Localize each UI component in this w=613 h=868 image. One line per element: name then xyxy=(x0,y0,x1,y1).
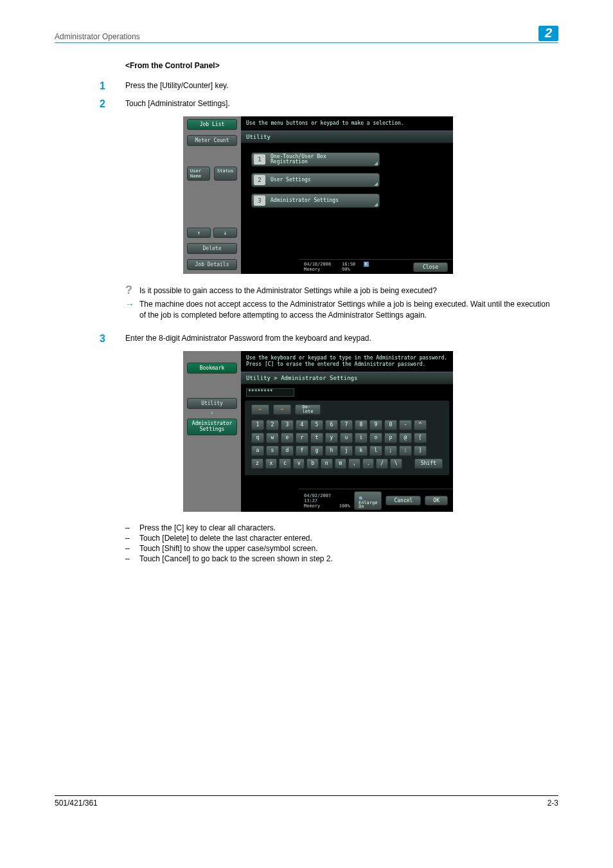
key-/[interactable]: / xyxy=(376,458,388,469)
tab-job-list[interactable]: Job List xyxy=(187,119,237,130)
key-l[interactable]: l xyxy=(369,446,382,456)
key-j[interactable]: j xyxy=(340,446,353,456)
key-0[interactable]: 0 xyxy=(384,420,397,430)
key-;[interactable]: ; xyxy=(384,446,397,456)
key-,[interactable]: , xyxy=(348,458,360,469)
password-input[interactable]: ******** xyxy=(246,388,294,397)
panel-instruction: Use the menu buttons or keypad to make a… xyxy=(241,116,453,131)
key-n[interactable]: n xyxy=(321,458,333,469)
bullet-1: Press the [C] key to clear all character… xyxy=(139,523,552,532)
key--[interactable]: - xyxy=(399,420,412,430)
bullet-4: Touch [Cancel] to go back to the screen … xyxy=(139,554,552,563)
key-7[interactable]: 7 xyxy=(340,420,353,430)
keyboard-area: ← → De- lete 1234567890-^ qwertyuiop@[ a… xyxy=(245,401,449,475)
chapter-badge: 2 xyxy=(538,26,558,41)
arrow-down-button[interactable]: ↓ xyxy=(213,228,237,238)
menu-user-settings[interactable]: 2 User Settings xyxy=(251,173,380,187)
note-question: Is it possible to gain access to the Adm… xyxy=(139,285,437,296)
panel-title: Utility xyxy=(241,131,453,143)
key-v[interactable]: v xyxy=(293,458,305,469)
key-\[interactable]: \ xyxy=(390,458,402,469)
arrow-right-icon: → xyxy=(125,299,134,309)
key-1[interactable]: 1 xyxy=(251,420,264,430)
section-subheading: <From the Control Panel> xyxy=(125,61,552,70)
key-b[interactable]: b xyxy=(306,458,319,469)
label-status: Status xyxy=(214,167,237,181)
bullet-2: Touch [Delete] to delete the last charac… xyxy=(139,534,552,543)
cursor-left-button[interactable]: ← xyxy=(251,404,269,415)
key-w[interactable]: w xyxy=(266,433,279,443)
key-@[interactable]: @ xyxy=(399,433,412,443)
key-y[interactable]: y xyxy=(325,433,338,443)
key-r[interactable]: r xyxy=(296,433,308,443)
ok-button[interactable]: OK xyxy=(425,496,448,505)
key-e[interactable]: e xyxy=(281,433,294,443)
key-8[interactable]: 8 xyxy=(355,420,368,430)
key-t[interactable]: t xyxy=(310,433,323,443)
key-q[interactable]: q xyxy=(251,433,264,443)
cancel-button[interactable]: Cancel xyxy=(386,496,421,505)
menu-one-touch[interactable]: 1 One-Touch/User Box Registration xyxy=(251,152,380,167)
chevron-down-icon: ⬇ xyxy=(183,410,241,416)
key-d[interactable]: d xyxy=(281,446,294,456)
tab-meter-count[interactable]: Meter Count xyxy=(187,135,237,146)
key-9[interactable]: 9 xyxy=(369,420,382,430)
screenshot-password-entry: Bookmark Utility ⬇ Administrator Setting… xyxy=(183,351,453,512)
kb-row-4: zxcvbnm,./\Shift xyxy=(251,458,443,469)
key-^[interactable]: ^ xyxy=(414,420,427,430)
delete-button[interactable]: Delete xyxy=(187,243,237,254)
key-f[interactable]: f xyxy=(296,446,308,456)
note-answer: The machine does not accept access to th… xyxy=(139,299,552,321)
key-5[interactable]: 5 xyxy=(310,420,323,430)
job-details-button[interactable]: Job Details xyxy=(187,259,237,270)
cursor-right-button[interactable]: → xyxy=(273,404,291,415)
key-i[interactable]: i xyxy=(355,433,368,443)
status-icon: K xyxy=(364,262,369,267)
enlarge-toggle[interactable]: 🔍 Enlarge On xyxy=(354,491,382,510)
label-user-name: User Name xyxy=(187,167,210,181)
page-header: Administrator Operations 2 xyxy=(55,26,558,43)
tab-utility[interactable]: Utility xyxy=(187,398,237,409)
key-2[interactable]: 2 xyxy=(266,420,279,430)
key-c[interactable]: c xyxy=(279,458,291,469)
arrow-up-button[interactable]: ↑ xyxy=(187,228,211,238)
panel-footer-info: 04/18/2008 16:50 K Memory 90% xyxy=(304,262,369,272)
key-u[interactable]: u xyxy=(340,433,353,443)
panel2-footer-info: 04/02/2007 13:27 Memory 100% xyxy=(304,493,354,509)
kb-row-2: qwertyuiop@[ xyxy=(251,433,443,443)
key-x[interactable]: x xyxy=(265,458,278,469)
key-s[interactable]: s xyxy=(266,446,279,456)
screenshot-utility-menu: Job List Meter Count User Name Status ↑ … xyxy=(183,116,453,274)
key-3[interactable]: 3 xyxy=(281,420,294,430)
step-number-2: 2 xyxy=(100,98,125,110)
shift-key[interactable]: Shift xyxy=(414,458,443,469)
key-p[interactable]: p xyxy=(384,433,397,443)
menu-admin-settings[interactable]: 3 Administrator Settings xyxy=(251,194,380,208)
delete-key[interactable]: De- lete xyxy=(295,404,321,415)
panel2-title: Utility > Administrator Settings xyxy=(241,372,453,384)
key-:[interactable]: : xyxy=(399,446,412,456)
key-][interactable]: ] xyxy=(414,446,427,456)
key-g[interactable]: g xyxy=(310,446,323,456)
key-4[interactable]: 4 xyxy=(296,420,308,430)
tab-bookmark[interactable]: Bookmark xyxy=(187,363,237,374)
key-k[interactable]: k xyxy=(355,446,368,456)
key-[[interactable]: [ xyxy=(414,433,427,443)
key-o[interactable]: o xyxy=(369,433,382,443)
step-text-3: Enter the 8-digit Administrator Password… xyxy=(125,333,552,345)
question-icon: ? xyxy=(125,284,132,296)
kb-row-1: 1234567890-^ xyxy=(251,420,443,430)
key-.[interactable]: . xyxy=(362,458,375,469)
close-button[interactable]: Close xyxy=(413,262,448,272)
key-a[interactable]: a xyxy=(251,446,264,456)
key-m[interactable]: m xyxy=(335,458,347,469)
header-title: Administrator Operations xyxy=(55,32,140,41)
panel2-instruction: Use the keyboard or keypad to type in th… xyxy=(241,351,453,371)
key-6[interactable]: 6 xyxy=(325,420,338,430)
step-text-1: Press the [Utility/Counter] key. xyxy=(125,80,552,92)
tab-admin-settings[interactable]: Administrator Settings xyxy=(187,419,237,435)
key-h[interactable]: h xyxy=(325,446,338,456)
step-number-3: 3 xyxy=(100,333,125,345)
page-footer: 501/421/361 2-3 xyxy=(55,795,558,808)
key-z[interactable]: z xyxy=(251,458,263,469)
